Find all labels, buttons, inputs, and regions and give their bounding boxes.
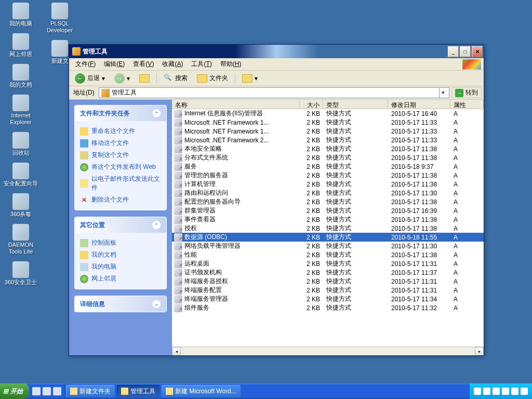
file-row[interactable]: 数据源 (ODBC)2 KB快捷方式2010-5-18 11:55A [172, 233, 484, 242]
desktop-icon[interactable]: 回收站 [3, 132, 39, 156]
place-item[interactable]: 网上邻居 [80, 273, 161, 285]
icon-label: PLSQL Developer [42, 20, 78, 34]
file-row[interactable]: Microsoft .NET Framework 2...2 KB快捷方式201… [172, 136, 484, 144]
file-row[interactable]: 授权2 KB快捷方式2010-5-17 11:38A [172, 224, 484, 233]
desktop-icon[interactable]: DAEMON Tools Lite [3, 224, 39, 255]
task-item[interactable]: 复制这个文件 [80, 149, 161, 161]
file-row[interactable]: Microsoft .NET Framework 1...2 KB快捷方式201… [172, 118, 484, 127]
file-row[interactable]: 网络负载平衡管理器2 KB快捷方式2010-5-17 11:30A [172, 242, 484, 250]
desktop-icon[interactable]: 安全配置向导 [3, 163, 39, 187]
system-tray[interactable] [470, 383, 532, 399]
file-row[interactable]: 性能2 KB快捷方式2010-5-17 11:38A [172, 250, 484, 259]
desktop-icon[interactable]: PLSQL Developer [42, 3, 78, 34]
ql-icon[interactable] [32, 387, 41, 395]
rows-container[interactable]: Internet 信息服务(IIS)管理器2 KB快捷方式2010-5-17 1… [172, 109, 484, 347]
tray-icon[interactable] [502, 388, 509, 395]
shortcut-icon [174, 127, 182, 136]
menu-view[interactable]: 查看(V) [129, 58, 158, 70]
place-item[interactable]: 我的文档 [80, 249, 161, 261]
task-icon [80, 179, 88, 188]
desktop-icon[interactable]: Internet Explorer [3, 95, 39, 126]
address-combo[interactable]: 管理工具 ▼ [99, 87, 449, 98]
tray-icon[interactable] [521, 388, 528, 395]
forward-button[interactable]: → ▾ [111, 71, 134, 86]
col-date[interactable]: 修改日期 [388, 100, 450, 109]
task-item[interactable]: 移动这个文件 [80, 137, 161, 149]
desktop-icon[interactable]: 360安全卫士 [3, 261, 39, 286]
shortcut-icon [174, 145, 182, 153]
shortcut-icon [174, 242, 182, 250]
desktop-icon[interactable]: 360杀毒 [3, 193, 39, 218]
taskbar-task[interactable]: 管理工具 [117, 385, 159, 397]
file-row[interactable]: 群集管理器2 KB快捷方式2010-5-17 16:39A [172, 206, 484, 215]
up-button[interactable] [136, 72, 153, 85]
col-size[interactable]: 大小 [300, 100, 323, 109]
menu-help[interactable]: 帮助(H) [216, 58, 246, 70]
file-row[interactable]: 计算机管理2 KB快捷方式2010-5-17 11:38A [172, 180, 484, 189]
scroll-track[interactable] [181, 347, 475, 355]
file-icon [12, 3, 29, 19]
file-row[interactable]: 终端服务器授权2 KB快捷方式2010-5-17 11:31A [172, 277, 484, 286]
shortcut-icon [174, 118, 182, 127]
col-attr[interactable]: 属性 [450, 100, 484, 109]
taskbar-task[interactable]: 新建 Microsoft Word... [162, 385, 241, 397]
tray-icon[interactable] [483, 388, 490, 395]
task-icon [166, 388, 173, 395]
ql-icon[interactable] [53, 387, 61, 395]
menu-favorites[interactable]: 收藏(A) [158, 58, 187, 70]
folders-button[interactable]: 文件夹 [193, 72, 232, 85]
tasks-header[interactable]: 文件和文件夹任务⌃ [75, 105, 166, 121]
views-button[interactable]: ▾ [238, 72, 261, 85]
file-row[interactable]: 终端服务管理器2 KB快捷方式2010-5-17 11:34A [172, 295, 484, 303]
scroll-right-button[interactable]: ▸ [475, 347, 484, 355]
titlebar[interactable]: 管理工具 _ □ ✕ [69, 45, 484, 58]
shortcut-icon [174, 269, 182, 277]
horizontal-scrollbar[interactable]: ◂ ▸ [172, 347, 484, 355]
place-item[interactable]: 控制面板 [80, 237, 161, 249]
place-item[interactable]: 我的电脑 [80, 261, 161, 273]
desktop[interactable]: 我的电脑网上邻居我的文档Internet Explorer回收站安全配置向导36… [0, 0, 532, 383]
task-item[interactable]: 重命名这个文件 [80, 125, 161, 137]
close-button[interactable]: ✕ [472, 46, 483, 57]
file-row[interactable]: Microsoft .NET Framework 1...2 KB快捷方式201… [172, 127, 484, 136]
desktop-icon[interactable]: 我的电脑 [3, 3, 39, 27]
go-button[interactable]: →转到 [451, 87, 482, 98]
file-row[interactable]: 事件查看器2 KB快捷方式2010-5-17 11:38A [172, 215, 484, 224]
file-row[interactable]: 管理您的服务器2 KB快捷方式2010-5-17 11:38A [172, 171, 484, 180]
desktop-icon[interactable]: 网上邻居 [3, 33, 39, 58]
details-header[interactable]: 详细信息⌄ [75, 296, 166, 312]
file-row[interactable]: 路由和远程访问2 KB快捷方式2010-5-17 11:30A [172, 189, 484, 197]
scroll-left-button[interactable]: ◂ [172, 347, 181, 355]
file-row[interactable]: 服务2 KB快捷方式2010-5-18 9:37A [172, 162, 484, 171]
start-button[interactable]: ⊞ 开始 [0, 383, 29, 399]
minimize-button[interactable]: _ [448, 46, 459, 57]
task-item[interactable]: 将这个文件发布到 Web [80, 161, 161, 173]
task-icon [80, 163, 88, 171]
file-row[interactable]: 组件服务2 KB快捷方式2010-5-17 11:32A [172, 303, 484, 312]
file-row[interactable]: 分布式文件系统2 KB快捷方式2010-5-17 11:38A [172, 153, 484, 162]
col-type[interactable]: 类型 [323, 100, 388, 109]
tray-icon[interactable] [511, 388, 518, 395]
search-button[interactable]: 🔍搜索 [160, 72, 191, 85]
menu-file[interactable]: 文件(F) [71, 58, 100, 70]
file-row[interactable]: 本地安全策略2 KB快捷方式2010-5-17 11:38A [172, 144, 484, 153]
desktop-icon[interactable]: 我的文档 [3, 64, 39, 88]
task-item[interactable]: 以电子邮件形式发送此文件 [80, 173, 161, 194]
tray-icon[interactable] [493, 388, 500, 395]
task-item[interactable]: ✕删除这个文件 [80, 194, 161, 206]
tray-icon[interactable] [474, 388, 481, 395]
menu-edit[interactable]: 编辑(E) [100, 58, 129, 70]
file-row[interactable]: 证书颁发机构2 KB快捷方式2010-5-17 11:37A [172, 268, 484, 277]
places-header[interactable]: 其它位置⌃ [75, 217, 166, 233]
back-button[interactable]: ←后退 ▾ [71, 71, 109, 86]
file-row[interactable]: 终端服务配置2 KB快捷方式2010-5-17 11:31A [172, 286, 484, 295]
address-dropdown-icon[interactable]: ▼ [439, 88, 447, 98]
taskbar-task[interactable]: 新建文件夹 [66, 385, 115, 397]
file-row[interactable]: 远程桌面2 KB快捷方式2010-5-17 11:31A [172, 259, 484, 268]
col-name[interactable]: 名称 [172, 100, 300, 109]
file-row[interactable]: Internet 信息服务(IIS)管理器2 KB快捷方式2010-5-17 1… [172, 109, 484, 118]
menu-tools[interactable]: 工具(T) [187, 58, 216, 70]
file-row[interactable]: 配置您的服务器向导2 KB快捷方式2010-5-17 11:38A [172, 197, 484, 206]
ql-icon[interactable] [43, 387, 51, 395]
maximize-button[interactable]: □ [460, 46, 471, 57]
